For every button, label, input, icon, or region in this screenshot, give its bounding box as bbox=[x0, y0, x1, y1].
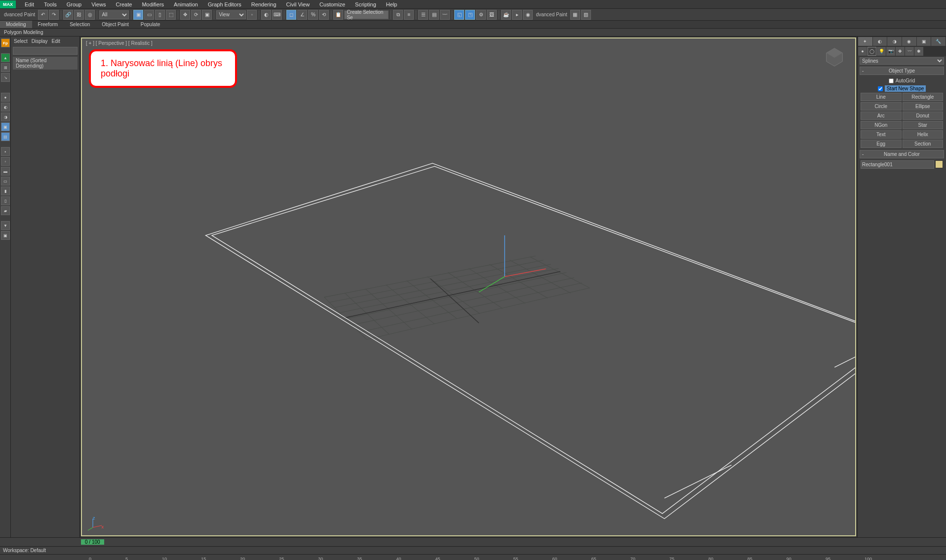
sc-geom-icon[interactable]: ● bbox=[1, 93, 10, 102]
rectangle-button[interactable]: Rectangle bbox=[903, 93, 944, 101]
viewport[interactable]: [ + ] [ Perspective ] [ Realistic ] 1. N… bbox=[81, 37, 856, 536]
geometry-icon[interactable]: ● bbox=[858, 47, 867, 56]
object-type-rollout[interactable]: Object Type bbox=[860, 67, 944, 75]
arc-button[interactable]: Arc bbox=[861, 112, 902, 120]
select-region-button[interactable]: ▯ bbox=[155, 10, 165, 20]
object-name-input[interactable] bbox=[861, 160, 934, 169]
tool-b[interactable]: ⊞ bbox=[1, 63, 10, 72]
frame-indicator[interactable]: 0 / 100 bbox=[81, 539, 104, 545]
extra-btn-2[interactable]: ▧ bbox=[581, 10, 591, 20]
menu-customize[interactable]: Customize bbox=[315, 1, 350, 7]
select-object-button[interactable]: ▣ bbox=[133, 10, 143, 20]
sc-e[interactable]: ▤ bbox=[1, 132, 10, 141]
scene-tab-select[interactable]: Select bbox=[14, 38, 28, 44]
extra-btn-1[interactable]: ▦ bbox=[570, 10, 580, 20]
hierarchy-tab[interactable]: ◑ bbox=[887, 37, 902, 46]
sc-m[interactable]: ▼ bbox=[1, 221, 10, 230]
helix-button[interactable]: Helix bbox=[903, 130, 944, 139]
rotate-button[interactable]: ⟳ bbox=[191, 10, 201, 20]
angle-snap[interactable]: ∠ bbox=[297, 10, 307, 20]
polygon-modeling-label[interactable]: Polygon Modeling bbox=[0, 30, 47, 35]
menu-animation[interactable]: Animation bbox=[169, 1, 203, 7]
sc-g[interactable]: ▫ bbox=[1, 157, 10, 166]
create-tab[interactable]: ✦ bbox=[858, 37, 872, 46]
systems-icon[interactable]: ✱ bbox=[914, 47, 923, 56]
render-activeshade[interactable]: ◉ bbox=[523, 10, 533, 20]
unlink-button[interactable]: ⛓ bbox=[74, 10, 84, 20]
menu-civil-view[interactable]: Civil View bbox=[281, 1, 315, 7]
egg-button[interactable]: Egg bbox=[861, 140, 902, 148]
sc-d[interactable]: ▣ bbox=[1, 122, 10, 131]
line-button[interactable]: Line bbox=[861, 93, 902, 101]
donut-button[interactable]: Donut bbox=[903, 112, 944, 120]
keyboard-shortcut-button[interactable]: ⌨ bbox=[272, 10, 282, 20]
menu-tools[interactable]: Tools bbox=[39, 1, 62, 7]
edit-named-sel[interactable]: 📋 bbox=[333, 10, 343, 20]
helpers-icon[interactable]: ✚ bbox=[896, 47, 905, 56]
menu-scripting[interactable]: Scripting bbox=[350, 1, 381, 7]
ribbon-populate[interactable]: Populate bbox=[135, 21, 166, 28]
manipulate-button[interactable]: ◐ bbox=[261, 10, 271, 20]
percent-snap[interactable]: % bbox=[308, 10, 318, 20]
ellipse-button[interactable]: Ellipse bbox=[903, 102, 944, 111]
render-setup[interactable]: ⚙ bbox=[476, 10, 486, 20]
app-logo[interactable]: MAX bbox=[0, 0, 16, 8]
star-button[interactable]: Star bbox=[903, 121, 944, 129]
spinner-snap[interactable]: ⟲ bbox=[319, 10, 329, 20]
ribbon-objectpaint[interactable]: Object Paint bbox=[96, 21, 134, 28]
ref-coord-system[interactable]: View bbox=[216, 10, 246, 19]
link-button[interactable]: 🔗 bbox=[63, 10, 73, 20]
sc-h[interactable]: ▬ bbox=[1, 167, 10, 176]
sc-f[interactable]: ▪ bbox=[1, 147, 10, 156]
text-button[interactable]: Text bbox=[861, 130, 902, 139]
menu-graph-editors[interactable]: Graph Editors bbox=[203, 1, 246, 7]
layer-explorer[interactable]: ▤ bbox=[429, 10, 439, 20]
workspace-label[interactable]: Workspace: Default bbox=[0, 546, 946, 554]
selection-filter[interactable]: All bbox=[99, 10, 129, 19]
pivot-button[interactable]: ▫ bbox=[247, 10, 257, 20]
sc-i[interactable]: ▭ bbox=[1, 177, 10, 186]
render-frame[interactable]: 🖼 bbox=[487, 10, 497, 20]
select-name-button[interactable]: ▭ bbox=[144, 10, 154, 20]
menu-group[interactable]: Group bbox=[62, 1, 87, 7]
color-swatch[interactable] bbox=[935, 160, 943, 168]
curve-editor[interactable]: 〰 bbox=[440, 10, 450, 20]
sc-c[interactable]: ◑ bbox=[1, 112, 10, 121]
menu-views[interactable]: Views bbox=[86, 1, 111, 7]
cameras-icon[interactable]: 📷 bbox=[886, 47, 895, 56]
menu-edit[interactable]: Edit bbox=[20, 1, 39, 7]
utilities-tab[interactable]: 🔧 bbox=[931, 37, 946, 46]
time-ruler[interactable]: 0510 152025 303540 455055 606570 758085 … bbox=[0, 554, 946, 560]
align-button[interactable]: ≡ bbox=[404, 10, 414, 20]
render-iterate[interactable]: ▸ bbox=[512, 10, 522, 20]
ribbon-selection[interactable]: Selection bbox=[64, 21, 96, 28]
window-crossing-button[interactable]: ⬚ bbox=[166, 10, 176, 20]
lights-icon[interactable]: 💡 bbox=[877, 47, 886, 56]
ribbon-freeform[interactable]: Freeform bbox=[32, 21, 64, 28]
startshape-checkbox[interactable] bbox=[878, 86, 883, 91]
display-tab[interactable]: ▣ bbox=[917, 37, 931, 46]
tool-c[interactable]: ↘ bbox=[1, 73, 10, 82]
ribbon-modeling[interactable]: Modeling bbox=[0, 21, 32, 28]
startshape-label[interactable]: Start New Shape bbox=[885, 85, 926, 92]
shapes-icon[interactable]: ◯ bbox=[867, 47, 876, 56]
menu-help[interactable]: Help bbox=[381, 1, 402, 7]
mirror-button[interactable]: ⧉ bbox=[393, 10, 403, 20]
named-selection-set[interactable]: Create Selection Se bbox=[344, 10, 389, 19]
modify-tab[interactable]: ◐ bbox=[873, 37, 887, 46]
snap-toggle[interactable]: ◻ bbox=[286, 10, 296, 20]
name-color-rollout[interactable]: Name and Color bbox=[860, 150, 944, 158]
category-dropdown[interactable]: Splines bbox=[860, 57, 944, 65]
undo-button[interactable]: ↶ bbox=[38, 10, 48, 20]
bind-button[interactable]: ◎ bbox=[85, 10, 95, 20]
material-editor[interactable]: ◳ bbox=[465, 10, 475, 20]
section-button[interactable]: Section bbox=[903, 140, 944, 148]
menu-modifiers[interactable]: Modifiers bbox=[137, 1, 169, 7]
ngon-button[interactable]: NGon bbox=[861, 121, 902, 129]
menu-rendering[interactable]: Rendering bbox=[246, 1, 281, 7]
floorplan-icon[interactable]: Fp bbox=[1, 38, 10, 47]
schematic-view[interactable]: ◱ bbox=[454, 10, 464, 20]
spacewarps-icon[interactable]: 〰 bbox=[905, 47, 914, 56]
tool-a[interactable]: ▲ bbox=[1, 53, 10, 62]
name-filter-input[interactable] bbox=[13, 47, 78, 55]
